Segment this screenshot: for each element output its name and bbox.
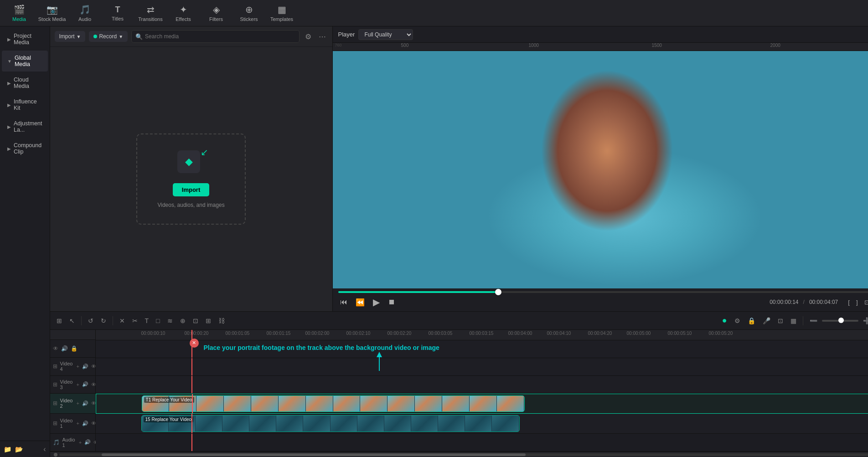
timeline-toolbar: ⊞ ↖ ↺ ↻ ✕ ✂ T □ ≋ ⊕ ⊡ ⊞ ⛓ ● ⚙ 🔒 🎤 xyxy=(50,312,868,330)
track4-audio[interactable]: 🔊 xyxy=(81,363,89,370)
folder-open-icon[interactable]: 📂 xyxy=(15,446,23,453)
zoom-in-button[interactable]: ➕ xyxy=(860,315,868,326)
toolbar-media[interactable]: 🎬 Media xyxy=(4,1,35,25)
delete-button[interactable]: ✕ xyxy=(117,315,128,326)
play-button[interactable]: ▶ xyxy=(371,296,382,308)
collapse-panel-button[interactable]: ‹ xyxy=(43,445,46,453)
mark-out-button[interactable]: ] xyxy=(854,298,860,307)
toolbar-filters[interactable]: ◈ Filters xyxy=(201,1,232,25)
toolbar-stickers[interactable]: ⊕ Stickers xyxy=(233,1,264,25)
toolbar-effects[interactable]: ✦ Effects xyxy=(168,1,199,25)
chevron-right-icon: ▶ xyxy=(7,146,11,151)
track3-add[interactable]: + xyxy=(75,381,80,388)
effect-tool-button[interactable]: ⊕ xyxy=(177,315,188,326)
sidebar-item-label: Compound Clip xyxy=(14,142,42,155)
clip-video1[interactable]: 15 Replace Your Video xyxy=(141,415,520,432)
track5-audio[interactable]: 🔊 xyxy=(61,345,68,352)
zoom-out-button[interactable]: ➖ xyxy=(807,315,820,326)
zoom-slider[interactable] xyxy=(822,320,858,322)
scroll-track[interactable] xyxy=(59,453,868,456)
progress-bar[interactable] xyxy=(338,291,868,293)
sidebar-item-project-media[interactable]: ▶ Project Media xyxy=(2,29,48,50)
track5-visibility[interactable]: 👁 xyxy=(53,345,58,352)
toolbar-stock-media[interactable]: 📷 Stock Media xyxy=(36,1,67,25)
grid-view-button[interactable]: ▦ xyxy=(788,315,799,326)
import-green-button[interactable]: Import xyxy=(173,183,209,196)
lock-button[interactable]: 🔒 xyxy=(745,315,758,326)
speed-tool-button[interactable]: ⊞ xyxy=(203,315,214,326)
track-audio1-name: Audio 1 xyxy=(62,437,75,448)
track-label-5: 👁 🔊 🔒 xyxy=(50,340,95,358)
folder-new-icon[interactable]: 📁 xyxy=(4,446,11,453)
toolbar-templates[interactable]: ▦ Templates xyxy=(266,1,297,25)
select-tool-button[interactable]: ↖ xyxy=(67,315,78,326)
record-button[interactable]: Record ▼ xyxy=(89,31,128,42)
frame-back-button[interactable]: ⏪ xyxy=(354,297,367,308)
search-bar: 🔍 xyxy=(131,30,299,43)
player-panel: Player Full Quality Half Quality Quarter… xyxy=(333,26,868,311)
cut-button[interactable]: ✂ xyxy=(129,315,140,326)
toolbar-transitions[interactable]: ⇄ Transitions xyxy=(135,1,166,25)
step-back-button[interactable]: ⏮ xyxy=(338,297,349,307)
sidebar-item-label: Global Media xyxy=(15,55,42,67)
toolbar-titles[interactable]: T Titles xyxy=(102,1,133,25)
stock-media-icon: 📷 xyxy=(46,4,58,15)
link-tool-button[interactable]: ⛓ xyxy=(216,315,227,326)
track1-audio[interactable]: 🔊 xyxy=(81,420,89,427)
mic-button[interactable]: 🎤 xyxy=(760,315,773,326)
titles-icon: T xyxy=(115,5,120,15)
scroll-thumb[interactable] xyxy=(102,453,526,456)
sidebar-item-compound-clip[interactable]: ▶ Compound Clip xyxy=(2,138,48,159)
add-track-button[interactable]: ⊞ xyxy=(54,315,65,326)
track-label-video1: ⊞ Video 1 + 🔊 👁 xyxy=(50,414,95,434)
sidebar-item-cloud-media[interactable]: ▶ Cloud Media xyxy=(2,72,48,93)
center-toolbar: Import ▼ Record ▼ 🔍 ⚙ ⋯ xyxy=(50,26,332,47)
sidebar-item-adjustment-layer[interactable]: ▶ Adjustment La... xyxy=(2,116,48,137)
sidebar-item-global-media[interactable]: ▼ Global Media xyxy=(2,51,48,72)
track-label-audio1: 🎵 Audio 1 + 🔊 👁 xyxy=(50,434,95,452)
voiceover-button[interactable]: ⊡ xyxy=(775,315,786,326)
title-tool-button[interactable]: T xyxy=(142,315,152,326)
track3-audio[interactable]: 🔊 xyxy=(81,381,89,388)
clip-video2[interactable]: T1 Replace Your Video xyxy=(142,395,525,412)
transitions-label: Transitions xyxy=(138,16,162,22)
redo-button[interactable]: ↻ xyxy=(98,315,109,326)
track4-add[interactable]: + xyxy=(75,363,80,370)
clip1-label: 15 Replace Your Video xyxy=(144,416,194,422)
search-input[interactable] xyxy=(145,33,295,40)
video1-icon: ⊞ xyxy=(53,420,57,426)
transition-tool-button[interactable]: ≋ xyxy=(165,315,176,326)
progress-thumb[interactable] xyxy=(495,289,501,295)
scroll-left-btn[interactable] xyxy=(54,453,57,457)
stickers-label: Stickers xyxy=(240,16,258,22)
import-button[interactable]: Import ▼ xyxy=(55,31,86,42)
insert-button[interactable]: ⊡ xyxy=(863,298,868,307)
zoom-thumb[interactable] xyxy=(838,318,844,323)
time-separator: / xyxy=(803,299,805,305)
track-row-5: ✕ Place your portrait footage on the tra… xyxy=(96,340,868,358)
toolbar-audio[interactable]: 🎵 Audio xyxy=(69,1,100,25)
track2-add[interactable]: + xyxy=(75,400,80,407)
quality-select[interactable]: Full Quality Half Quality Quarter Qualit… xyxy=(358,29,413,40)
track2-audio[interactable]: 🔊 xyxy=(81,400,89,407)
track5-lock[interactable]: 🔒 xyxy=(71,345,78,352)
track-label-video3: ⊞ Video 3 + 🔊 👁 xyxy=(50,376,95,394)
undo-button[interactable]: ↺ xyxy=(85,315,96,326)
track1-add[interactable]: + xyxy=(75,420,80,427)
more-options-button[interactable]: ⋯ xyxy=(317,31,328,43)
sidebar-item-label: Project Media xyxy=(14,33,42,46)
stop-button[interactable]: ⏹ xyxy=(386,297,397,307)
sidebar-item-label: Cloud Media xyxy=(14,77,42,89)
settings-button[interactable]: ⚙ xyxy=(732,315,743,326)
ruler-label-spacer xyxy=(50,330,95,340)
sidebar-item-influence-kit[interactable]: ▶ Influence Kit xyxy=(2,94,48,115)
audio1-add[interactable]: + xyxy=(78,439,83,446)
filter-button[interactable]: ⚙ xyxy=(303,31,313,43)
import-drop-zone[interactable]: ◆ ↙ Import Videos, audios, and images xyxy=(136,134,246,225)
box-tool-button[interactable]: □ xyxy=(153,315,162,326)
mark-in-button[interactable]: [ xyxy=(846,298,852,307)
motion-tool-button[interactable]: ⊡ xyxy=(190,315,201,326)
audio1-audio[interactable]: 🔊 xyxy=(83,439,92,446)
playhead xyxy=(192,394,193,413)
auto-track-button[interactable]: ● xyxy=(719,314,730,327)
